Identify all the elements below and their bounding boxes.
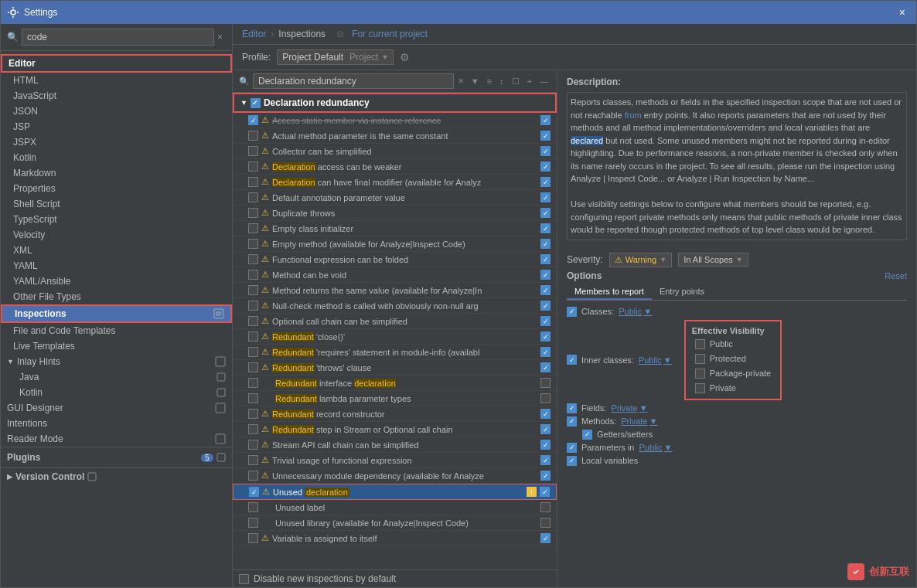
sidebar-item-java[interactable]: Java [1,369,232,385]
version-control-section[interactable]: ▶ Version Control [1,467,232,485]
item-checkbox-11[interactable] [248,285,258,295]
sidebar-item-markdown[interactable]: Markdown [1,165,232,181]
vis-params-checkbox[interactable]: ✓ [567,443,577,453]
sidebar-item-yaml-ansible[interactable]: YAML/Ansible [1,274,232,289]
inspection-item-5[interactable]: ⚠ Default annotation parameter value ✓ [233,190,557,206]
sidebar-item-javascript[interactable]: JavaScript [1,88,232,104]
filter-input[interactable] [253,73,454,89]
item-blue-16[interactable]: ✓ [540,362,551,372]
severity-select[interactable]: ⚠ Warning ▼ [609,253,672,267]
item-checkbox-unused[interactable]: ✓ [249,487,259,497]
item-blue-ulib[interactable] [540,518,551,528]
item-blue-5[interactable]: ✓ [540,192,551,202]
item-blue-11[interactable]: ✓ [540,285,551,295]
vis-public-checkbox[interactable] [695,339,705,349]
item-checkbox-2[interactable] [248,146,258,156]
profile-gear-button[interactable]: ⚙ [400,51,410,63]
filter-btn-1[interactable]: ▼ [469,75,482,87]
item-checkbox-3[interactable] [248,161,258,172]
inspection-item-1[interactable]: ⚠ Actual method parameter is the same co… [233,128,557,144]
item-blue-15[interactable]: ✓ [540,347,551,357]
inspection-item-13[interactable]: ⚠ Optional call chain can be simplified … [233,314,557,329]
inspection-item-0[interactable]: ✓ ⚠ Access static member via instance re… [233,113,557,128]
item-blue-unused2[interactable]: ✓ [540,487,550,497]
inspection-item-22[interactable]: ⚠ Trivial usage of functional expression… [233,453,557,468]
inspection-item-19[interactable]: ⚠ Redundant record constructor ✓ [233,406,557,422]
vis-local-checkbox[interactable]: ✓ [567,456,577,466]
sidebar-item-html[interactable]: HTML [1,73,232,88]
item-blue-20[interactable]: ✓ [540,424,551,434]
breadcrumb-current-project[interactable]: For current project [352,29,428,39]
item-blue-10[interactable]: ✓ [540,270,551,280]
sidebar-item-reader-mode[interactable]: Reader Mode [1,431,232,447]
filter-clear-button[interactable]: × [457,76,465,87]
effective-vis-public[interactable]: Public [689,337,778,352]
inspection-item-unused-label[interactable]: Unused label [233,500,557,515]
item-checkbox-1[interactable] [248,131,258,141]
item-blue-6[interactable]: ✓ [540,208,551,218]
item-checkbox-8[interactable] [248,239,258,249]
inspection-item-18[interactable]: Redundant lambda parameter types [233,391,557,406]
item-blue-3[interactable]: ✓ [540,161,551,172]
item-checkbox-ul[interactable] [248,502,258,512]
sidebar-item-inlay-hints[interactable]: ▼Inlay Hints [1,354,232,369]
vis-fields-checkbox[interactable]: ✓ [567,403,577,413]
breadcrumb-editor[interactable]: Editor [242,29,266,39]
effective-vis-protected[interactable]: Protected [689,352,778,366]
vis-protected-checkbox[interactable] [695,354,705,364]
item-blue-23[interactable]: ✓ [540,471,551,481]
sidebar-item-inspections[interactable]: Inspections [1,304,232,323]
inspection-item-2[interactable]: ⚠ Collector can be simplified ✓ [233,144,557,159]
vis-package-private-checkbox[interactable] [695,369,705,379]
item-blue-1[interactable]: ✓ [540,131,551,141]
item-checkbox-12[interactable] [248,301,258,311]
sidebar-item-live-templates[interactable]: Live Templates [1,338,232,354]
reset-link[interactable]: Reset [885,271,907,280]
vis-inner-dropdown[interactable]: Public ▼ [639,355,672,365]
item-blue-ul[interactable] [540,502,551,512]
sidebar-item-kotlin2[interactable]: Kotlin [1,385,232,400]
sidebar-item-velocity[interactable]: Velocity [1,227,232,243]
inspection-item-9[interactable]: ⚠ Functional expression can be folded ✓ [233,252,557,267]
vis-inner-checkbox[interactable]: ✓ [567,355,577,365]
sidebar-item-gui-designer[interactable]: GUI Designer [1,400,232,416]
item-blue-21[interactable]: ✓ [540,440,551,450]
sidebar-item-xml[interactable]: XML [1,243,232,258]
inspection-item-15[interactable]: ⚠ Redundant 'requires' statement in modu… [233,345,557,360]
sidebar-item-file-code-templates[interactable]: File and Code Templates [1,323,232,338]
item-blue-12[interactable]: ✓ [540,301,551,311]
tab-entry-points[interactable]: Entry points [652,284,712,300]
item-checkbox-9[interactable] [248,254,258,264]
group-checkbox[interactable]: ✓ [251,98,261,108]
item-checkbox-22[interactable] [248,455,258,465]
inspection-item-20[interactable]: ⚠ Redundant step in Stream or Optional c… [233,422,557,437]
inspection-item-21[interactable]: ⚠ Stream API call chain can be simplifie… [233,437,557,453]
filter-btn-2[interactable]: ≡ [485,75,494,87]
filter-btn-3[interactable]: ↕ [497,75,506,87]
item-blue-2[interactable]: ✓ [540,146,551,156]
item-checkbox-14[interactable] [248,331,258,342]
inspection-item-16[interactable]: ⚠ Redundant 'throws' clause ✓ [233,360,557,376]
inspection-item-7[interactable]: ⚠ Empty class initializer ✓ [233,221,557,236]
vis-classes-dropdown[interactable]: Public ▼ [619,307,652,316]
item-blue-13[interactable]: ✓ [540,316,551,326]
item-checkbox-20[interactable] [248,424,258,434]
sidebar-item-kotlin[interactable]: Kotlin [1,150,232,165]
disable-new-inspections-checkbox[interactable] [239,574,249,584]
item-checkbox-4[interactable] [248,177,258,187]
close-button[interactable]: × [895,5,910,20]
item-checkbox-7[interactable] [248,223,258,233]
inspection-item-10[interactable]: ⚠ Method can be void ✓ [233,267,557,283]
sidebar-item-yaml[interactable]: YAML [1,258,232,274]
effective-vis-private[interactable]: Private [689,381,778,396]
item-checkbox-va[interactable] [248,533,258,543]
sidebar-item-other-file-types[interactable]: Other File Types [1,289,232,304]
sidebar-item-typescript[interactable]: TypeScript [1,212,232,227]
tab-members-to-report[interactable]: Members to report [567,284,652,300]
inspection-item-17[interactable]: Redundant interface declaration [233,376,557,391]
search-clear-button[interactable]: × [214,32,226,42]
item-checkbox-0[interactable]: ✓ [248,115,258,125]
inspection-group-header[interactable]: ▼ ✓ Declaration redundancy [233,93,557,113]
filter-btn-5[interactable]: + [525,75,534,87]
vis-fields-dropdown[interactable]: Private ▼ [611,403,647,413]
